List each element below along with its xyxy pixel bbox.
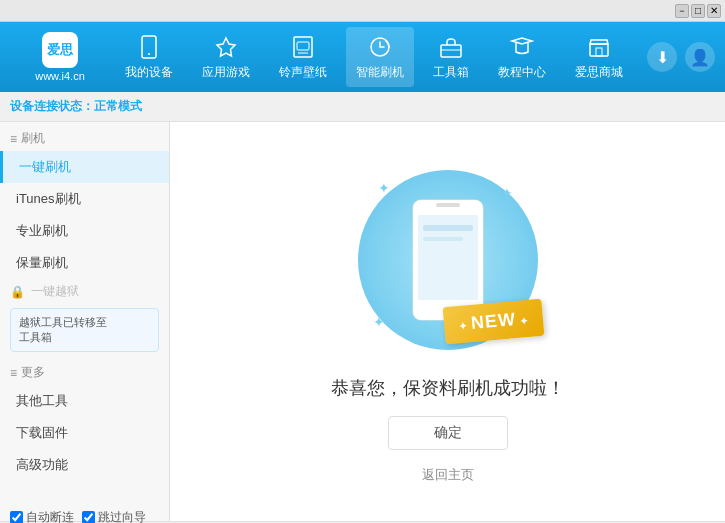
section-header-more: ≡ 更多 [0, 356, 169, 385]
svg-rect-9 [596, 48, 602, 56]
skip-guide-checkbox[interactable]: 跳过向导 [82, 509, 146, 524]
jailbreak-section: 🔒 一键越狱 [0, 279, 169, 304]
store-icon [585, 33, 613, 61]
sidebar-item-itunes-flash[interactable]: iTunes刷机 [0, 183, 169, 215]
apps-icon [212, 33, 240, 61]
ringtone-icon [289, 33, 317, 61]
sidebar-item-other-tools[interactable]: 其他工具 [0, 385, 169, 417]
one-key-flash-label: 一键刷机 [19, 158, 71, 176]
nav-item-apps-games[interactable]: 应用游戏 [192, 27, 260, 87]
hero-area: ✦ ✦ ✦ NEW [331, 160, 565, 484]
nav-item-ringtones[interactable]: 铃声壁纸 [269, 27, 337, 87]
other-tools-label: 其他工具 [16, 392, 68, 410]
sparkle-3: ✦ [373, 314, 385, 330]
new-badge: NEW [442, 298, 544, 343]
success-text: 恭喜您，保资料刷机成功啦！ [331, 376, 565, 400]
status-label: 设备连接状态： [10, 99, 94, 113]
sparkle-1: ✦ [378, 180, 390, 196]
auto-close-input[interactable] [10, 511, 23, 524]
skip-guide-label: 跳过向导 [98, 509, 146, 524]
svg-rect-3 [297, 42, 309, 50]
nav-label-store: 爱思商城 [575, 64, 623, 81]
confirm-button[interactable]: 确定 [388, 416, 508, 450]
sidebar-item-pro-flash[interactable]: 专业刷机 [0, 215, 169, 247]
close-button[interactable]: ✕ [707, 4, 721, 18]
svg-rect-8 [590, 44, 608, 56]
content-area: ≡ 刷机 一键刷机 iTunes刷机 专业刷机 保量刷机 🔒 一键越狱 越狱工具… [0, 122, 725, 521]
download-firmware-label: 下载固件 [16, 424, 68, 442]
advanced-label: 高级功能 [16, 456, 68, 474]
nav-label-apps: 应用游戏 [202, 64, 250, 81]
sidebar: ≡ 刷机 一键刷机 iTunes刷机 专业刷机 保量刷机 🔒 一键越狱 越狱工具… [0, 122, 170, 521]
sidebar-item-save-flash[interactable]: 保量刷机 [0, 247, 169, 279]
nav-label-toolbox: 工具箱 [433, 64, 469, 81]
nav-label-smart-flash: 智能刷机 [356, 64, 404, 81]
nav-item-store[interactable]: 爱思商城 [565, 27, 633, 87]
header: 爱思 www.i4.cn 我的设备 应用游戏 [0, 22, 725, 92]
lock-icon: 🔒 [10, 285, 25, 299]
tutorial-icon [508, 33, 536, 61]
svg-rect-13 [436, 203, 460, 207]
section-label-flash: 刷机 [21, 130, 45, 147]
pro-flash-label: 专业刷机 [16, 222, 68, 240]
section-icon-flash: ≡ [10, 132, 17, 146]
nav-label-tutorial: 教程中心 [498, 64, 546, 81]
sparkle-2: ✦ [501, 185, 513, 201]
svg-rect-6 [441, 45, 461, 57]
auto-close-label: 自动断连 [26, 509, 74, 524]
jailbreak-notice: 越狱工具已转移至 工具箱 [10, 308, 159, 352]
svg-rect-15 [423, 225, 473, 231]
logo-text: www.i4.cn [35, 70, 85, 82]
header-actions: ⬇ 👤 [647, 42, 715, 72]
toolbox-icon [437, 33, 465, 61]
phone-container: ✦ ✦ ✦ NEW [348, 160, 548, 360]
jailbreak-label: 一键越狱 [31, 283, 79, 300]
minimize-button[interactable]: － [675, 4, 689, 18]
nav-item-smart-flash[interactable]: 智能刷机 [346, 27, 414, 87]
status-bar: 设备连接状态：正常模式 [0, 92, 725, 122]
svg-rect-16 [423, 237, 463, 241]
nav-items: 我的设备 应用游戏 铃声壁纸 [110, 27, 637, 87]
title-bar: － □ ✕ [0, 0, 725, 22]
download-button[interactable]: ⬇ [647, 42, 677, 72]
auto-close-checkbox[interactable]: 自动断连 [10, 509, 74, 524]
nav-label-ringtones: 铃声壁纸 [279, 64, 327, 81]
maximize-button[interactable]: □ [691, 4, 705, 18]
jailbreak-notice-text: 越狱工具已转移至 工具箱 [19, 316, 107, 343]
main-panel: ✦ ✦ ✦ NEW [170, 122, 725, 521]
sidebar-item-download-firmware[interactable]: 下载固件 [0, 417, 169, 449]
nav-item-toolbox[interactable]: 工具箱 [423, 27, 479, 87]
itunes-flash-label: iTunes刷机 [16, 190, 81, 208]
section-label-more: 更多 [21, 364, 45, 381]
nav-item-tutorial[interactable]: 教程中心 [488, 27, 556, 87]
logo-icon: 爱思 [42, 32, 78, 68]
status-value: 正常模式 [94, 99, 142, 113]
save-flash-label: 保量刷机 [16, 254, 68, 272]
sidebar-item-one-key-flash[interactable]: 一键刷机 [0, 151, 169, 183]
svg-point-1 [148, 53, 150, 55]
skip-guide-input[interactable] [82, 511, 95, 524]
nav-label-my-device: 我的设备 [125, 64, 173, 81]
section-header-flash: ≡ 刷机 [0, 122, 169, 151]
section-icon-more: ≡ [10, 366, 17, 380]
sidebar-item-advanced[interactable]: 高级功能 [0, 449, 169, 481]
return-link[interactable]: 返回主页 [422, 466, 474, 484]
my-device-icon [135, 33, 163, 61]
logo-area[interactable]: 爱思 www.i4.cn [10, 32, 110, 82]
smart-flash-icon [366, 33, 394, 61]
user-button[interactable]: 👤 [685, 42, 715, 72]
nav-item-my-device[interactable]: 我的设备 [115, 27, 183, 87]
